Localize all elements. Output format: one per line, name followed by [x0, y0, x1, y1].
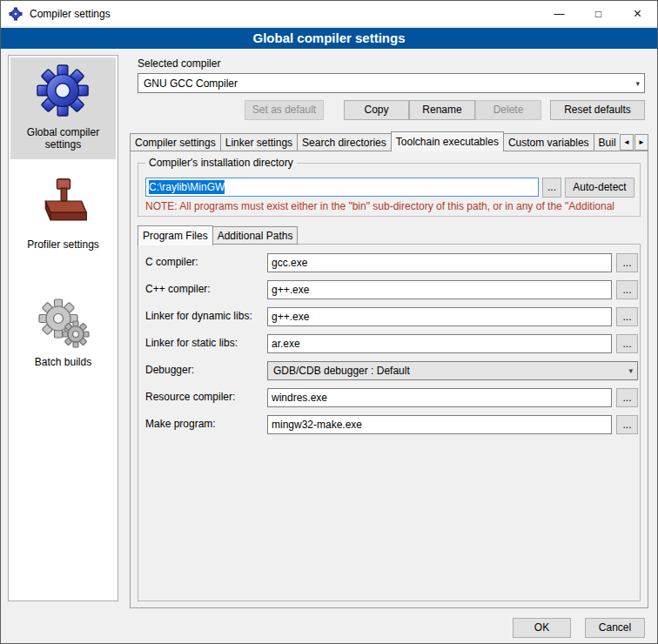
tab-custom-variables[interactable]: Custom variables: [503, 133, 594, 151]
sidebar-item-label: Global compiler settings: [14, 126, 112, 151]
resource-compiler-label: Resource compiler:: [145, 391, 235, 403]
tab-search-directories[interactable]: Search directories: [297, 133, 392, 151]
linker-static-browse-button[interactable]: ...: [616, 334, 638, 353]
tab-compiler-settings[interactable]: Compiler settings: [130, 133, 221, 151]
linker-dynamic-browse-button[interactable]: ...: [616, 307, 638, 326]
install-dir-input[interactable]: C:\raylib\MinGW: [145, 178, 539, 197]
install-dir-browse-button[interactable]: ...: [542, 178, 561, 198]
linker-static-input[interactable]: [267, 334, 612, 353]
reset-defaults-button[interactable]: Reset defaults: [550, 100, 645, 120]
chevron-down-icon: ▾: [628, 366, 633, 375]
make-program-label: Make program:: [145, 418, 216, 430]
tab-linker-settings[interactable]: Linker settings: [220, 133, 298, 151]
sidebar-item-label: Profiler settings: [14, 238, 112, 251]
profiler-icon: [37, 175, 90, 231]
selected-compiler-label: Selected compiler: [138, 57, 220, 70]
copy-button[interactable]: Copy: [344, 100, 409, 120]
compiler-settings-window: Compiler settings — □ × Global compiler …: [0, 0, 658, 644]
toolchain-subtabs: Program Files Additional Paths: [138, 225, 297, 245]
debugger-label: Debugger:: [145, 364, 194, 376]
make-program-input[interactable]: [267, 415, 612, 434]
linker-static-label: Linker for static libs:: [145, 337, 238, 349]
c-compiler-label: C compiler:: [145, 256, 198, 268]
sidebar-item-label: Batch builds: [14, 356, 112, 368]
tab-scroll-right-button[interactable]: ►: [634, 134, 648, 151]
c-compiler-input[interactable]: [267, 253, 612, 272]
cancel-button[interactable]: Cancel: [585, 618, 645, 638]
subtab-additional-paths[interactable]: Additional Paths: [212, 226, 299, 245]
sidebar-item-batch-builds[interactable]: Batch builds: [10, 289, 116, 377]
tab-strip: Compiler settings Linker settings Search…: [130, 131, 619, 151]
close-button[interactable]: ×: [618, 1, 657, 26]
tab-build-options-truncated[interactable]: Buil: [594, 133, 619, 151]
ok-button[interactable]: OK: [513, 618, 571, 638]
rename-button[interactable]: Rename: [409, 100, 475, 120]
batch-builds-gears-icon: [37, 296, 90, 348]
resource-compiler-input[interactable]: [267, 388, 612, 407]
titlebar: Compiler settings — □ ×: [1, 1, 657, 27]
gear-icon: [37, 64, 91, 118]
install-dir-selected-text: C:\raylib\MinGW: [149, 180, 225, 194]
window-title: Compiler settings: [30, 8, 111, 20]
program-files-panel: C compiler: ... C++ compiler: ... Linker…: [138, 244, 641, 601]
autodetect-button[interactable]: Auto-detect: [565, 178, 634, 198]
tab-toolchain-executables[interactable]: Toolchain executables: [391, 131, 504, 151]
subtab-program-files[interactable]: Program Files: [138, 225, 213, 245]
make-program-browse-button[interactable]: ...: [616, 415, 638, 434]
window-controls: — □ ×: [540, 1, 657, 26]
delete-button: Delete: [475, 100, 541, 120]
debugger-value: GDB/CDB debugger : Default: [273, 365, 625, 377]
set-as-default-button: Set as default: [245, 100, 324, 120]
cpp-compiler-browse-button[interactable]: ...: [616, 280, 638, 299]
linker-dynamic-input[interactable]: [267, 307, 612, 326]
tab-scroll-left-button[interactable]: ◄: [620, 134, 634, 151]
sidebar-item-profiler-settings[interactable]: Profiler settings: [10, 168, 116, 259]
window-icon: [9, 7, 23, 21]
cpp-compiler-label: C++ compiler:: [145, 283, 211, 295]
cpp-compiler-input[interactable]: [267, 280, 612, 299]
c-compiler-browse-button[interactable]: ...: [616, 253, 638, 272]
selected-compiler-value: GNU GCC Compiler: [144, 77, 632, 90]
dialog-header: Global compiler settings: [1, 28, 657, 49]
sidebar-item-global-compiler-settings[interactable]: Global compiler settings: [10, 57, 116, 159]
install-dir-groupbox: Compiler's installation directory C:\ray…: [138, 163, 641, 217]
note-text: NOTE: All programs must exist either in …: [145, 200, 633, 212]
minimize-button[interactable]: —: [540, 1, 579, 26]
maximize-button[interactable]: □: [579, 1, 618, 26]
resource-compiler-browse-button[interactable]: ...: [616, 388, 638, 407]
selected-compiler-combobox[interactable]: GNU GCC Compiler ▾: [138, 73, 645, 93]
debugger-select[interactable]: GDB/CDB debugger : Default ▾: [267, 361, 638, 380]
main-tab-bar: Compiler settings Linker settings Search…: [130, 131, 648, 151]
settings-sidebar: Global compiler settings Profiler settin…: [8, 55, 118, 601]
install-dir-group-title: Compiler's installation directory: [145, 157, 297, 169]
chevron-down-icon: ▾: [635, 79, 640, 88]
linker-dynamic-label: Linker for dynamic libs:: [145, 310, 252, 322]
